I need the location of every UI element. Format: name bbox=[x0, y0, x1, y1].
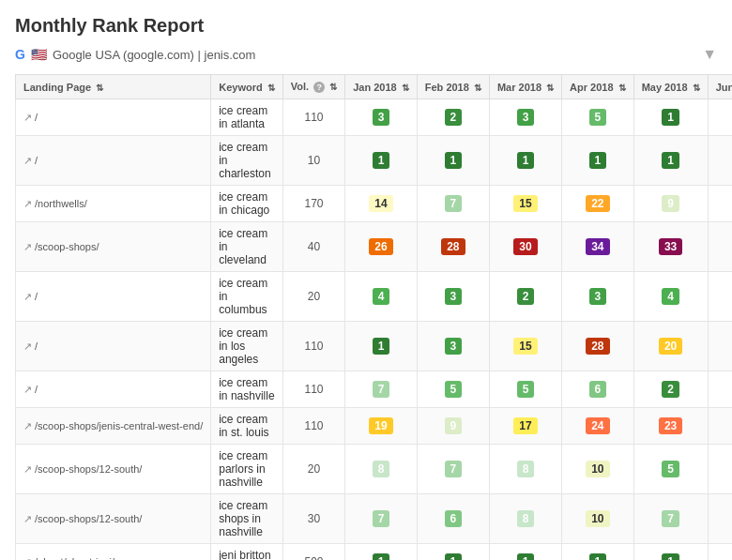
table-row: ↗ / ice cream in nashville 110 755623 ▲4 bbox=[16, 371, 733, 408]
rank-cell-mar: 2 bbox=[489, 272, 561, 322]
rank-cell-jan: 1 bbox=[345, 322, 418, 371]
rank-cell-jan: 14 bbox=[345, 186, 418, 222]
rank-cell-mar: 17 bbox=[489, 408, 561, 445]
google-g-icon: G bbox=[15, 47, 25, 62]
rank-cell-apr: 28 bbox=[562, 322, 634, 371]
cell-keyword: ice cream in charleston bbox=[211, 136, 283, 186]
cell-keyword: ice cream in atlanta bbox=[211, 99, 283, 136]
cell-volume: 30 bbox=[282, 494, 344, 544]
rank-cell-jun: 8 bbox=[708, 494, 732, 544]
cell-landing: ↗ /scoop-shops/12-south/ bbox=[16, 445, 211, 494]
table-row: ↗ /scoop-shops/12-south/ ice cream shops… bbox=[16, 494, 733, 544]
table-header-row: Landing Page ⇅ Keyword ⇅ Vol. ? ⇅ Jan 20… bbox=[16, 75, 733, 99]
rank-cell-mar: 15 bbox=[489, 322, 561, 371]
cell-keyword: ice cream shops in nashville bbox=[211, 494, 283, 544]
rank-cell-mar: 15 bbox=[489, 186, 561, 222]
rank-cell-apr: 6 bbox=[562, 371, 634, 408]
table-row: ↗ /northwells/ ice cream in chicago 170 … bbox=[16, 186, 733, 222]
rank-cell-jan: 8 bbox=[345, 445, 418, 494]
cell-landing: ↗ / bbox=[16, 99, 211, 136]
rank-cell-feb: 6 bbox=[417, 494, 489, 544]
table-row: ↗ / ice cream in charleston 10 111111 - bbox=[16, 136, 733, 186]
rank-cell-feb: 1 bbox=[417, 136, 489, 186]
rank-cell-feb: 5 bbox=[417, 371, 489, 408]
cell-keyword: ice cream in los angeles bbox=[211, 322, 283, 371]
rank-cell-apr: 10 bbox=[562, 494, 634, 544]
link-icon[interactable]: ↗ bbox=[23, 556, 32, 561]
cell-landing: ↗ / bbox=[16, 322, 211, 371]
link-icon[interactable]: ↗ bbox=[23, 291, 32, 302]
cell-volume: 170 bbox=[282, 186, 344, 222]
link-icon[interactable]: ↗ bbox=[23, 241, 32, 252]
cell-volume: 40 bbox=[282, 222, 344, 272]
link-icon[interactable]: ↗ bbox=[23, 198, 32, 209]
cell-landing: ↗ /scoop-shops/jenis-central-west-end/ bbox=[16, 408, 211, 445]
rank-cell-may: 1 bbox=[633, 136, 708, 186]
rank-cell-feb: 3 bbox=[417, 322, 489, 371]
rank-cell-jan: 3 bbox=[345, 99, 418, 136]
rank-cell-feb: 28 bbox=[417, 222, 489, 272]
rank-cell-jan: 1 bbox=[345, 136, 418, 186]
rank-cell-mar: 1 bbox=[489, 544, 561, 561]
rank-cell-may: 2 bbox=[633, 371, 708, 408]
cell-keyword: ice cream in chicago bbox=[211, 186, 283, 222]
col-volume[interactable]: Vol. ? ⇅ bbox=[282, 75, 344, 99]
rank-cell-jun: 1 bbox=[708, 99, 732, 136]
cell-landing: ↗ /scoop-shops/12-south/ bbox=[16, 494, 211, 544]
subtitle-bar: G 🇺🇸 Google USA (google.com) | jenis.com… bbox=[15, 46, 717, 63]
link-icon[interactable]: ↗ bbox=[23, 112, 32, 123]
rank-cell-apr: 3 bbox=[562, 272, 634, 322]
col-may[interactable]: May 2018 ⇅ bbox=[633, 75, 708, 99]
cell-landing: ↗ /scoop-shops/ bbox=[16, 222, 211, 272]
rank-cell-apr: 1 bbox=[562, 544, 634, 561]
rank-cell-feb: 7 bbox=[417, 445, 489, 494]
link-icon[interactable]: ↗ bbox=[23, 463, 32, 475]
col-keyword[interactable]: Keyword ⇅ bbox=[211, 75, 283, 99]
col-jan[interactable]: Jan 2018 ⇅ bbox=[345, 75, 418, 99]
rank-cell-apr: 1 bbox=[562, 136, 634, 186]
source-text: Google USA (google.com) | jenis.com bbox=[53, 48, 256, 62]
rank-cell-may: 1 bbox=[633, 544, 708, 561]
col-mar[interactable]: Mar 2018 ⇅ bbox=[489, 75, 561, 99]
cell-volume: 110 bbox=[282, 99, 344, 136]
rank-cell-apr: 22 bbox=[562, 186, 634, 222]
filter-icon[interactable]: ▼ bbox=[702, 46, 717, 63]
table-row: ↗ / ice cream in atlanta 110 323511 ▲2 bbox=[16, 99, 733, 136]
col-landing-page[interactable]: Landing Page ⇅ bbox=[16, 75, 211, 99]
link-icon[interactable]: ↗ bbox=[23, 341, 32, 352]
cell-volume: 20 bbox=[282, 272, 344, 322]
link-icon[interactable]: ↗ bbox=[23, 513, 32, 524]
link-icon[interactable]: ↗ bbox=[23, 155, 32, 166]
rank-cell-jan: 26 bbox=[345, 222, 418, 272]
rank-cell-mar: 8 bbox=[489, 445, 561, 494]
cell-keyword: ice cream in nashville bbox=[211, 371, 283, 408]
table-row: ↗ /scoop-shops/ ice cream in cleveland 4… bbox=[16, 222, 733, 272]
rank-cell-feb: 7 bbox=[417, 186, 489, 222]
rank-cell-may: 20 bbox=[633, 322, 708, 371]
rank-cell-jan: 7 bbox=[345, 371, 418, 408]
rank-cell-jun: 28 bbox=[708, 408, 732, 445]
table-row: ↗ /scoop-shops/jenis-central-west-end/ i… bbox=[16, 408, 733, 445]
rank-cell-apr: 5 bbox=[562, 99, 634, 136]
col-feb[interactable]: Feb 2018 ⇅ bbox=[417, 75, 489, 99]
col-apr[interactable]: Apr 2018 ⇅ bbox=[562, 75, 634, 99]
rank-cell-apr: 34 bbox=[562, 222, 634, 272]
link-icon[interactable]: ↗ bbox=[23, 420, 32, 431]
cell-keyword: ice cream in st. louis bbox=[211, 408, 283, 445]
rank-cell-jun: 1 bbox=[708, 136, 732, 186]
cell-landing: ↗ / bbox=[16, 136, 211, 186]
col-jun[interactable]: Jun 2018 ⇅ bbox=[708, 75, 732, 99]
rank-cell-jun: 3 bbox=[708, 322, 732, 371]
rank-cell-mar: 5 bbox=[489, 371, 561, 408]
cell-volume: 10 bbox=[282, 136, 344, 186]
flag-icon: 🇺🇸 bbox=[31, 47, 47, 62]
table-row: ↗ / ice cream in columbus 20 432346 ▼2 bbox=[16, 272, 733, 322]
rank-cell-jun: 5 bbox=[708, 186, 732, 222]
rank-cell-feb: 9 bbox=[417, 408, 489, 445]
rank-cell-apr: 24 bbox=[562, 408, 634, 445]
rank-cell-jan: 7 bbox=[345, 494, 418, 544]
rank-cell-apr: 10 bbox=[562, 445, 634, 494]
link-icon[interactable]: ↗ bbox=[23, 384, 32, 395]
page-title: Monthly Rank Report bbox=[15, 15, 717, 37]
cell-landing: ↗ /northwells/ bbox=[16, 186, 211, 222]
